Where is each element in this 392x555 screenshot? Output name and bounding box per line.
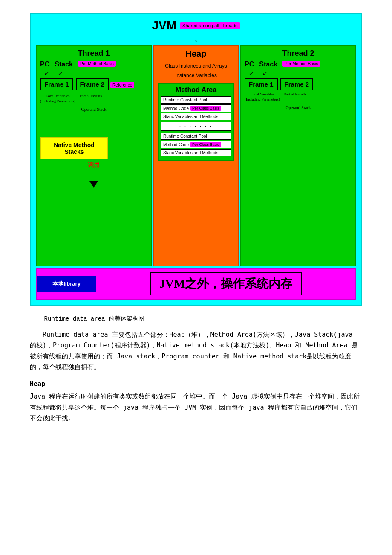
- caption-text: Runtime data area 的整体架构图: [44, 315, 144, 322]
- thread1-partial-results: Partial Results: [80, 94, 102, 104]
- method-code-2-label: Method Code: [163, 142, 189, 147]
- section-body: Java 程序在运行时创建的所有类实或数组都放在同一个堆中。而一个 Java 虚…: [30, 391, 362, 424]
- text-content: Runtime data area 的整体架构图 Runtime data ar…: [30, 314, 362, 424]
- thread2-frame1: Frame 1: [245, 78, 278, 90]
- thread1-frames: Frame 1 Frame 2: [40, 78, 109, 90]
- heap-instance-variables: Instance Variables: [158, 72, 234, 78]
- static-vars-1: Static Variables and Methods: [161, 113, 231, 120]
- thread2-arrows: ↙ ↙: [249, 70, 352, 77]
- method-code-1-label: Method Code: [163, 106, 189, 111]
- paragraph1: Runtime data area 主要包括五个部分：Heap（堆），Metho…: [30, 330, 362, 373]
- thread2-frames: Frame 1 Frame 2: [245, 78, 352, 90]
- thread2-title: Thread 2: [245, 49, 352, 58]
- jvm-label: JVM: [152, 19, 176, 32]
- per-class-2-badge: Per Class Basis: [190, 142, 221, 147]
- thread1-reference: Reference: [110, 82, 134, 88]
- thread1-native-section: Native Method Stacks 调用: [40, 137, 147, 189]
- method-code-1-row: Method Code Per Class Basis: [161, 104, 231, 112]
- os-memory-label: JVM之外，操作系统内存: [159, 276, 293, 292]
- bottom-bar: 本地library JVM之外，操作系统内存: [36, 268, 356, 300]
- thread1-frame-details: Local Variables(Including Parameters) Pa…: [40, 94, 147, 104]
- thread2-pc: PC: [245, 61, 254, 68]
- arrow4: ↙: [262, 70, 268, 77]
- thread1-native-method-box: Native Method Stacks: [40, 137, 108, 159]
- method-code-2-row: Method Code Per Class Basis: [161, 141, 231, 148]
- arrow1: ↙: [44, 70, 49, 77]
- thread1-native-method-label: Native Method Stacks: [54, 142, 95, 155]
- thread1-operand-stack: Operand Stack: [40, 107, 147, 112]
- method-area-box: Method Area Runtime Constant Pool Method…: [158, 83, 234, 161]
- native-library-label: 本地library: [52, 280, 81, 288]
- thread1-big-arrow: [40, 171, 147, 189]
- native-library-box: 本地library: [37, 276, 96, 292]
- thread2-panel: Thread 2 PC Stack Per Method Basis ↙ ↙ F…: [240, 45, 356, 266]
- thread1-pc: PC: [40, 61, 49, 68]
- main-row: Thread 1 PC Stack Per Method Basis ↙ ↙ F…: [36, 45, 356, 266]
- thread2-per-method: Per Method Basis: [282, 61, 320, 67]
- runtime-pool-1: Runtime Constant Pool: [161, 96, 231, 104]
- arrow3: ↙: [249, 70, 254, 77]
- thread1-frames-row: Frame 1 Frame 2 Reference: [40, 78, 147, 92]
- jvm-arrow: ↓: [36, 34, 356, 44]
- thread1-stack: Stack: [55, 61, 73, 68]
- per-class-1-badge: Per Class Basis: [190, 106, 221, 111]
- os-memory-border: JVM之外，操作系统内存: [150, 272, 302, 295]
- heap-class-instances: Class Instances and Arrays: [158, 63, 234, 69]
- section-heading: Heap: [30, 379, 362, 390]
- thread1-panel: Thread 1 PC Stack Per Method Basis ↙ ↙ F…: [36, 45, 152, 266]
- arrow2: ↙: [58, 70, 63, 77]
- jvm-diagram: JVM Shared among all Threads ↓ Thread 1 …: [30, 13, 362, 306]
- static-vars-2: Static Variables and Methods: [161, 149, 231, 156]
- thread1-per-method: Per Method Basis: [78, 61, 116, 67]
- thread2-frame2: Frame 2: [280, 78, 314, 90]
- method-area-title: Method Area: [161, 86, 231, 94]
- thread2-operand-stack: Operand Stack: [245, 105, 352, 110]
- thread2-stack: Stack: [259, 61, 277, 68]
- caption: Runtime data area 的整体架构图: [30, 314, 362, 324]
- thread1-arrows: ↙ ↙: [44, 70, 147, 77]
- thread1-frame1: Frame 1: [40, 78, 73, 90]
- thread2-frame-details: Local Variables(Including Parameters) Pa…: [245, 92, 352, 102]
- thread2-local-vars: Local Variables(Including Parameters): [245, 92, 280, 102]
- svg-marker-0: [89, 171, 98, 188]
- thread2-partial-results: Partial Results: [284, 92, 306, 102]
- pc-stack-row-t1: PC Stack Per Method Basis: [40, 61, 147, 68]
- dots-separator: · · · · · · ·: [161, 122, 231, 131]
- thread1-frame2: Frame 2: [76, 78, 109, 90]
- os-memory-region: JVM之外，操作系统内存: [96, 269, 355, 299]
- heap-title: Heap: [158, 49, 234, 59]
- pc-stack-row-t2: PC Stack Per Method Basis: [245, 61, 352, 68]
- thread1-diaoyong: 调用: [40, 161, 147, 169]
- jvm-title-row: JVM Shared among all Threads: [36, 19, 356, 32]
- thread1-local-vars: Local Variables(Including Parameters): [40, 94, 75, 104]
- runtime-pool-2: Runtime Constant Pool: [161, 133, 231, 140]
- heap-panel: Heap Class Instances and Arrays Instance…: [153, 45, 239, 266]
- thread1-title: Thread 1: [40, 49, 147, 58]
- shared-badge: Shared among all Threads: [180, 22, 240, 29]
